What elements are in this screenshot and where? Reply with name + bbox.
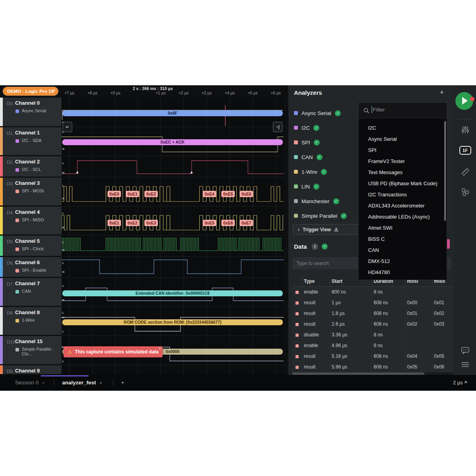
waveform-area[interactable]: ×× xyxy=(61,97,284,375)
channel-name: Channel 4 xyxy=(15,209,40,215)
channel-row-d5[interactable]: D5. Channel 5 SPI - Clock xyxy=(0,236,61,256)
tab-analyzer-fest[interactable]: analyzer_fest× xyxy=(62,380,102,386)
channel-row-d9[interactable]: D9. Channel 9 xyxy=(0,365,61,374)
run-capture-button[interactable] xyxy=(455,92,473,110)
dropdown-item-biss-c[interactable]: BiSS C xyxy=(359,234,444,245)
analyzer-item-manchester[interactable]: Manchester ✓ xyxy=(294,197,339,205)
capture-settings-icon[interactable] xyxy=(461,125,470,134)
table-row[interactable]: result5.16 µs608 ns0x040x05 xyxy=(292,351,453,362)
cell: 0x02 xyxy=(434,311,444,316)
demo-version-badge[interactable]: DEMO - Logic Pro 16 xyxy=(3,87,58,96)
table-row[interactable]: result1.8 µs608 ns0x010x02 xyxy=(292,309,453,319)
analyzer-item-async-serial[interactable]: Async Serial ✓ xyxy=(294,109,341,117)
cell: 608 ns xyxy=(374,300,388,305)
row-color-swatch xyxy=(296,355,299,358)
table-row[interactable]: disable3.36 µs8 ns xyxy=(292,330,453,340)
cell: 2.6 µs xyxy=(332,321,345,327)
channel-row-d8[interactable]: D8. Channel 8 1-Wire xyxy=(0,307,61,335)
dropdown-item-async-serial[interactable]: Async Serial xyxy=(359,134,444,145)
analyzer-item-lin[interactable]: LIN ✓ xyxy=(294,182,319,190)
column-header-type[interactable]: Type xyxy=(304,278,315,284)
table-row[interactable]: result2.6 µs608 ns0x020x03 xyxy=(292,319,453,330)
channel-row-d6[interactable]: D6. Channel 6 SPI - Enable xyxy=(0,257,61,277)
dropdown-item-atmel-swi[interactable]: Atmel SWI xyxy=(359,223,444,234)
channel-row-d3[interactable]: D3. Channel 3 SPI - MOSI xyxy=(0,178,61,205)
channel-row-d1[interactable]: D1. Channel 1 I2C - SDA xyxy=(0,127,61,155)
channel-id: D2. xyxy=(7,160,14,165)
analyzer-item-can[interactable]: CAN ✓ xyxy=(294,153,322,161)
tab-close-icon[interactable]: × xyxy=(100,380,102,385)
dropdown-item-text-messages[interactable]: Text Messages xyxy=(359,167,444,178)
analyzer-item-1-wire[interactable]: 1-Wire ✓ xyxy=(294,168,327,176)
analyzer-color-swatch xyxy=(294,199,298,203)
channel-row-d7[interactable]: D7. Channel 7 CAN xyxy=(0,278,61,306)
table-row[interactable]: enable800 ns8 ns xyxy=(292,287,453,298)
table-row[interactable]: enable4.96 µs8 ns xyxy=(292,341,453,351)
channel-color-strip xyxy=(0,178,3,205)
channel-analyzer-label: Async Serial xyxy=(22,108,46,113)
measure-ruler-icon[interactable] xyxy=(461,167,470,177)
main-menu-icon[interactable] xyxy=(461,361,470,369)
dropdown-item-adxl343-accelerometer[interactable]: ADXL343 Accelerometer xyxy=(359,200,444,211)
cell: 3.36 µs xyxy=(332,332,347,338)
channel-name: Channel 15 xyxy=(15,338,42,344)
frame-mode-icon[interactable]: 1F xyxy=(459,146,471,155)
channel-row-d0[interactable]: D0. Channel 0 Async Serial xyxy=(0,98,61,126)
table-row[interactable]: result1 µs608 ns0x000x01 xyxy=(292,298,453,308)
analyzer-swatch xyxy=(15,168,19,172)
analyzer-item-simple-parallel[interactable]: Simple Parallel ✓ xyxy=(294,212,347,220)
dropdown-item-hd44780[interactable]: HD44780 xyxy=(359,267,444,278)
trigger-view-button[interactable]: › Trigger View ⚠ xyxy=(293,224,360,235)
channel-analyzer-label: SPI - MOSI xyxy=(22,188,44,193)
analyzer-swatch xyxy=(15,348,19,351)
tab-separator xyxy=(113,379,113,386)
toast-close-icon[interactable]: × xyxy=(159,346,161,351)
feedback-comment-icon[interactable] xyxy=(461,346,470,355)
channel-name: Channel 0 xyxy=(15,100,40,106)
column-header-start[interactable]: Start xyxy=(332,278,342,284)
dropdown-item-can[interactable]: CAN xyxy=(359,245,444,256)
channel-analyzer-label: Simple Parallel - Clo... xyxy=(22,347,61,356)
tab-close-icon[interactable]: × xyxy=(42,380,44,385)
row-color-swatch xyxy=(296,312,299,315)
channel-row-d2[interactable]: D2. Channel 2 I2C - SCL xyxy=(0,156,61,177)
zoom-level-control[interactable]: 2 µs ^ xyxy=(453,380,467,386)
channel-id: D3. xyxy=(7,181,14,186)
analyzer-color-swatch xyxy=(294,170,298,174)
table-row[interactable]: result5.96 µs608 ns0x050x06 xyxy=(292,362,453,372)
dropdown-item-spi[interactable]: SPI xyxy=(359,145,444,156)
dropdown-item-i2c-transactions[interactable]: I2C Transactions xyxy=(359,189,444,200)
timeline-tick-label: +6 µs xyxy=(271,91,281,95)
analyzer-label: SPI xyxy=(301,140,310,146)
tab-session-0[interactable]: Session 0× xyxy=(15,380,45,386)
channel-row-d4[interactable]: D4. Channel 4 SPI - MISO xyxy=(0,207,61,234)
channel-color-strip xyxy=(0,336,3,364)
dropdown-scrollbar[interactable] xyxy=(444,121,446,221)
info-icon[interactable]: i xyxy=(312,244,318,250)
analyzer-item-i2c[interactable]: I2C ✓ xyxy=(294,124,319,132)
dropdown-item-dmx-512[interactable]: DMX-512 xyxy=(359,256,444,267)
cell: 8 ns xyxy=(374,289,383,295)
dropdown-item-framev2-tester[interactable]: FrameV2 Tester xyxy=(359,156,444,167)
timeline-tick-label: +7 µs xyxy=(65,91,75,95)
analyzer-item-spi[interactable]: SPI ✓ xyxy=(294,138,320,146)
add-analyzer-button[interactable]: + xyxy=(440,88,444,97)
collapse-sidebar-icon[interactable]: ‹ xyxy=(53,86,56,94)
dropdown-item-i2c[interactable]: I2C xyxy=(359,123,444,134)
simulated-data-toast: ⚠ This capture contains simulated data × xyxy=(63,346,163,357)
channel-row-d15[interactable]: D15. Channel 15 Simple Parallel - Clo... xyxy=(0,336,61,364)
cell: result xyxy=(304,353,315,359)
cell: 1 µs xyxy=(332,300,341,305)
channel-color-strip xyxy=(0,127,3,155)
analyzer-color-swatch xyxy=(294,155,298,159)
channel-color-strip xyxy=(0,278,3,306)
row-color-swatch xyxy=(296,301,299,305)
analyzer-check-icon: ✓ xyxy=(317,154,322,160)
trigger-view-label: Trigger View xyxy=(303,227,331,232)
channel-name: Channel 2 xyxy=(15,159,40,165)
dropdown-item-addressable-leds-async-[interactable]: Addressable LEDs (Async) xyxy=(359,211,444,223)
extensions-icon[interactable] xyxy=(461,188,470,196)
dropdown-search-row[interactable]: Filter xyxy=(359,103,447,118)
dropdown-item-usb-pd-biphase-mark-code-[interactable]: USB PD (Biphase Mark Code) xyxy=(359,178,444,189)
new-tab-button[interactable]: + xyxy=(121,380,124,386)
